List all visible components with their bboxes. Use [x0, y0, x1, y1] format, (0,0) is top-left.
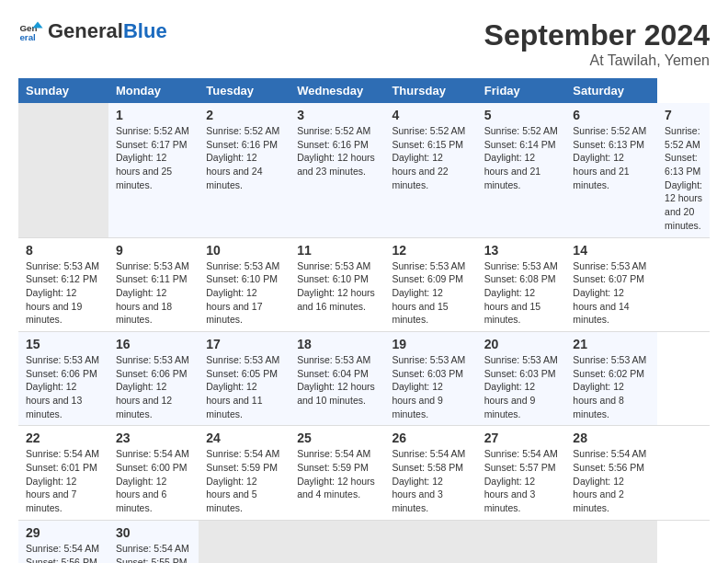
day-number: 30	[116, 525, 191, 540]
day-detail: Sunrise: 5:53 AMSunset: 6:06 PMDaylight:…	[26, 354, 99, 419]
day-cell: 30 Sunrise: 5:54 AMSunset: 5:55 PMDaylig…	[108, 520, 199, 563]
day-cell	[477, 520, 566, 563]
page-header: Gen eral General Blue September 2024 At …	[18, 18, 710, 69]
day-detail: Sunrise: 5:53 AMSunset: 6:10 PMDaylight:…	[206, 260, 279, 326]
day-number: 7	[665, 108, 702, 122]
day-cell: 27 Sunrise: 5:54 AMSunset: 5:57 PMDaylig…	[477, 426, 566, 520]
day-detail: Sunrise: 5:54 AMSunset: 5:55 PMDaylight:…	[116, 543, 189, 563]
day-detail: Sunrise: 5:53 AMSunset: 6:02 PMDaylight:…	[573, 354, 646, 419]
title-area: September 2024 At Tawilah, Yemen	[484, 18, 710, 69]
day-cell: 15 Sunrise: 5:53 AMSunset: 6:06 PMDaylig…	[18, 331, 108, 425]
day-detail: Sunrise: 5:53 AMSunset: 6:07 PMDaylight:…	[573, 260, 646, 326]
day-cell: 7 Sunrise: 5:52 AMSunset: 6:13 PMDayligh…	[657, 103, 710, 237]
day-detail: Sunrise: 5:54 AMSunset: 5:57 PMDaylight:…	[484, 448, 558, 513]
day-number: 22	[26, 431, 101, 445]
day-cell: 29 Sunrise: 5:54 AMSunset: 5:56 PMDaylig…	[18, 520, 108, 563]
col-header-saturday: Saturday	[565, 78, 657, 103]
day-cell	[199, 520, 290, 563]
day-detail: Sunrise: 5:52 AMSunset: 6:13 PMDaylight:…	[573, 125, 646, 190]
day-cell: 6 Sunrise: 5:52 AMSunset: 6:13 PMDayligh…	[565, 103, 657, 237]
day-detail: Sunrise: 5:52 AMSunset: 6:15 PMDaylight:…	[392, 125, 465, 190]
day-detail: Sunrise: 5:53 AMSunset: 6:09 PMDaylight:…	[392, 260, 465, 326]
day-cell: 21 Sunrise: 5:53 AMSunset: 6:02 PMDaylig…	[565, 331, 657, 425]
day-number: 12	[392, 243, 469, 258]
day-number: 14	[573, 243, 650, 258]
location-title: At Tawilah, Yemen	[484, 52, 710, 69]
day-cell: 14 Sunrise: 5:53 AMSunset: 6:07 PMDaylig…	[565, 237, 657, 331]
day-number: 24	[206, 431, 282, 445]
day-number: 26	[392, 431, 469, 445]
day-number: 28	[573, 431, 650, 445]
day-number: 13	[484, 243, 559, 258]
day-number: 6	[573, 108, 650, 122]
day-detail: Sunrise: 5:54 AMSunset: 5:56 PMDaylight:…	[573, 448, 646, 513]
header-row: SundayMondayTuesdayWednesdayThursdayFrid…	[18, 78, 710, 103]
day-cell: 5 Sunrise: 5:52 AMSunset: 6:14 PMDayligh…	[477, 103, 566, 237]
week-row-1: 1 Sunrise: 5:52 AMSunset: 6:17 PMDayligh…	[18, 103, 710, 237]
week-row-4: 22 Sunrise: 5:54 AMSunset: 6:01 PMDaylig…	[18, 426, 710, 520]
day-detail: Sunrise: 5:52 AMSunset: 6:14 PMDaylight:…	[484, 125, 558, 190]
day-cell: 8 Sunrise: 5:53 AMSunset: 6:12 PMDayligh…	[18, 237, 108, 331]
day-number: 15	[26, 337, 101, 351]
day-cell: 26 Sunrise: 5:54 AMSunset: 5:58 PMDaylig…	[384, 426, 476, 520]
day-detail: Sunrise: 5:54 AMSunset: 5:58 PMDaylight:…	[392, 448, 465, 513]
day-number: 29	[26, 525, 101, 540]
day-cell: 12 Sunrise: 5:53 AMSunset: 6:09 PMDaylig…	[384, 237, 476, 331]
day-cell: 9 Sunrise: 5:53 AMSunset: 6:11 PMDayligh…	[108, 237, 199, 331]
day-number: 19	[392, 337, 469, 351]
col-header-sunday: Sunday	[18, 78, 108, 103]
month-title: September 2024	[484, 18, 710, 52]
day-cell: 20 Sunrise: 5:53 AMSunset: 6:03 PMDaylig…	[477, 331, 566, 425]
day-number: 9	[116, 243, 191, 258]
svg-text:eral: eral	[19, 32, 36, 42]
day-cell: 3 Sunrise: 5:52 AMSunset: 6:16 PMDayligh…	[290, 103, 384, 237]
day-detail: Sunrise: 5:53 AMSunset: 6:11 PMDaylight:…	[116, 260, 189, 326]
day-number: 1	[116, 108, 191, 122]
day-number: 2	[206, 108, 282, 122]
day-cell: 25 Sunrise: 5:54 AMSunset: 5:59 PMDaylig…	[290, 426, 384, 520]
day-number: 21	[573, 337, 650, 351]
day-detail: Sunrise: 5:53 AMSunset: 6:08 PMDaylight:…	[484, 260, 558, 326]
week-row-5: 29 Sunrise: 5:54 AMSunset: 5:56 PMDaylig…	[18, 520, 710, 563]
day-cell	[290, 520, 384, 563]
day-cell	[384, 520, 476, 563]
day-cell	[18, 103, 108, 237]
day-number: 23	[116, 431, 191, 445]
day-cell: 10 Sunrise: 5:53 AMSunset: 6:10 PMDaylig…	[199, 237, 290, 331]
day-cell: 18 Sunrise: 5:53 AMSunset: 6:04 PMDaylig…	[290, 331, 384, 425]
day-cell: 11 Sunrise: 5:53 AMSunset: 6:10 PMDaylig…	[290, 237, 384, 331]
day-cell: 23 Sunrise: 5:54 AMSunset: 6:00 PMDaylig…	[108, 426, 199, 520]
day-number: 3	[297, 108, 377, 122]
day-cell: 19 Sunrise: 5:53 AMSunset: 6:03 PMDaylig…	[384, 331, 476, 425]
day-detail: Sunrise: 5:53 AMSunset: 6:05 PMDaylight:…	[206, 354, 279, 419]
day-detail: Sunrise: 5:52 AMSunset: 6:16 PMDaylight:…	[206, 125, 279, 190]
day-number: 11	[297, 243, 377, 258]
day-cell: 16 Sunrise: 5:53 AMSunset: 6:06 PMDaylig…	[108, 331, 199, 425]
day-cell: 24 Sunrise: 5:54 AMSunset: 5:59 PMDaylig…	[199, 426, 290, 520]
day-number: 8	[26, 243, 101, 258]
day-detail: Sunrise: 5:53 AMSunset: 6:10 PMDaylight:…	[297, 260, 375, 312]
day-cell: 28 Sunrise: 5:54 AMSunset: 5:56 PMDaylig…	[565, 426, 657, 520]
logo-general: General	[48, 19, 123, 43]
day-number: 17	[206, 337, 282, 351]
week-row-3: 15 Sunrise: 5:53 AMSunset: 6:06 PMDaylig…	[18, 331, 710, 425]
day-detail: Sunrise: 5:54 AMSunset: 6:01 PMDaylight:…	[26, 448, 99, 513]
day-detail: Sunrise: 5:53 AMSunset: 6:04 PMDaylight:…	[297, 354, 375, 406]
day-cell	[565, 520, 657, 563]
day-detail: Sunrise: 5:54 AMSunset: 6:00 PMDaylight:…	[116, 448, 189, 513]
day-cell: 1 Sunrise: 5:52 AMSunset: 6:17 PMDayligh…	[108, 103, 199, 237]
day-number: 10	[206, 243, 282, 258]
logo-blue: Blue	[123, 19, 167, 43]
day-number: 18	[297, 337, 377, 351]
day-number: 4	[392, 108, 469, 122]
calendar-table: SundayMondayTuesdayWednesdayThursdayFrid…	[18, 78, 710, 563]
col-header-friday: Friday	[477, 78, 566, 103]
day-cell: 17 Sunrise: 5:53 AMSunset: 6:05 PMDaylig…	[199, 331, 290, 425]
day-number: 27	[484, 431, 559, 445]
day-detail: Sunrise: 5:52 AMSunset: 6:16 PMDaylight:…	[297, 125, 375, 177]
day-cell: 22 Sunrise: 5:54 AMSunset: 6:01 PMDaylig…	[18, 426, 108, 520]
week-row-2: 8 Sunrise: 5:53 AMSunset: 6:12 PMDayligh…	[18, 237, 710, 331]
day-number: 16	[116, 337, 191, 351]
day-cell: 13 Sunrise: 5:53 AMSunset: 6:08 PMDaylig…	[477, 237, 566, 331]
day-detail: Sunrise: 5:53 AMSunset: 6:12 PMDaylight:…	[26, 260, 99, 326]
